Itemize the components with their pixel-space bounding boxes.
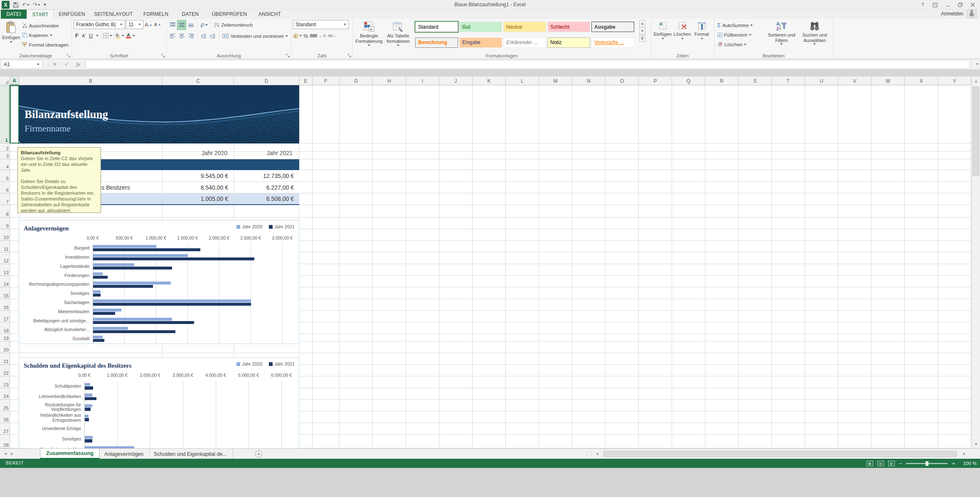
align-left-icon[interactable] [168, 32, 177, 41]
tab-splitter-icon[interactable]: ⋮⋮ [585, 452, 594, 456]
tab-ueberpruefen[interactable]: ÜBERPRÜFEN [206, 10, 253, 19]
row-header-9[interactable]: 9 [0, 218, 10, 229]
fill-button[interactable]: Füllbereich [716, 30, 765, 40]
zoom-slider[interactable] [906, 463, 948, 464]
chart-bar-jahr-2020[interactable] [93, 254, 188, 257]
hscroll-right-icon[interactable]: ► [963, 451, 967, 456]
font-color-dropdown-icon[interactable] [133, 35, 135, 37]
italic-button[interactable]: K [82, 32, 86, 39]
wrap-text-button[interactable]: Zeilenumbruch [212, 20, 254, 30]
style-chip[interactable]: Berechnung [415, 37, 458, 48]
vertical-scrollbar-thumb[interactable] [973, 87, 979, 176]
horizontal-scrollbar-thumb[interactable] [603, 451, 957, 457]
ribbon-display-options-icon[interactable] [929, 0, 941, 9]
chart-bar-jahr-2021[interactable] [85, 408, 91, 411]
number-dialog-launcher-icon[interactable] [347, 53, 352, 58]
sort-filter-button[interactable]: AZ Sortieren und Filtern [765, 20, 798, 52]
style-chip[interactable]: Eingabe [459, 37, 502, 48]
page-layout-view-icon[interactable]: ▤ [877, 461, 884, 466]
column-header-L[interactable]: L [506, 77, 539, 85]
style-chip[interactable]: Notiz [547, 37, 590, 48]
chart-bar-jahr-2021[interactable] [93, 312, 115, 315]
accounting-format-button[interactable]: € [293, 31, 302, 40]
close-icon[interactable] [967, 0, 978, 9]
chart-bar-jahr-2020[interactable] [93, 282, 171, 284]
scroll-down-icon[interactable]: ▼ [972, 440, 980, 448]
name-box[interactable]: A1 [1, 60, 42, 69]
column-header-N[interactable]: N [572, 77, 606, 85]
column-header-K[interactable]: K [473, 77, 506, 85]
grow-font-icon[interactable]: A▲ [144, 20, 153, 29]
chart-bar-jahr-2020[interactable] [93, 245, 156, 248]
hscroll-left-icon[interactable]: ◄ [595, 451, 599, 456]
delete-cells-button[interactable]: Löschen [672, 20, 692, 52]
sheet-tab-zusammenfassung[interactable]: Zusammenfassung [40, 449, 100, 459]
clear-button[interactable]: Löschen [716, 40, 765, 49]
gallery-up-icon[interactable]: ▲ [639, 20, 645, 27]
column-header-J[interactable]: J [439, 77, 473, 85]
column-header-H[interactable]: H [373, 77, 406, 85]
zoom-level[interactable]: 100 % [959, 461, 977, 466]
column-header-V[interactable]: V [838, 77, 872, 85]
row-header-21[interactable]: 21 [0, 353, 10, 365]
font-size-select[interactable]: 11 [126, 20, 143, 29]
row-header-28[interactable]: 28 [0, 435, 10, 448]
copy-button[interactable]: Kopieren [21, 30, 70, 40]
style-chip[interactable]: Gut [459, 22, 502, 32]
column-header-X[interactable]: X [905, 77, 938, 85]
row-header-14[interactable]: 14 [0, 276, 10, 287]
chart-bar-jahr-2020[interactable] [93, 336, 103, 339]
alignment-dialog-launcher-icon[interactable] [286, 53, 290, 58]
borders-button[interactable] [103, 31, 112, 40]
column-header-T[interactable]: T [772, 77, 805, 85]
chart-bar-jahr-2020[interactable] [93, 327, 128, 330]
percent-style-button[interactable]: % [303, 33, 308, 39]
format-as-table-button[interactable]: Als Tabelle formatieren [384, 20, 413, 52]
chart-bar-jahr-2021[interactable] [93, 276, 108, 279]
paste-button[interactable]: Einfügen [2, 20, 21, 52]
column-header-D[interactable]: D [234, 77, 299, 85]
chart-bar-jahr-2021[interactable] [85, 397, 96, 401]
gallery-more-icon[interactable]: ▼ [639, 35, 645, 42]
chart-bar-jahr-2021[interactable] [85, 386, 93, 390]
row-header-2[interactable]: 2 [0, 143, 10, 152]
increase-indent-icon[interactable] [209, 32, 217, 41]
row-header-22[interactable]: 22 [0, 365, 10, 376]
chart-bar-jahr-2020[interactable] [93, 272, 103, 275]
row-header-23[interactable]: 23 [0, 376, 10, 388]
fill-color-button[interactable] [115, 31, 124, 40]
chart-bar-jahr-2020[interactable] [85, 404, 92, 408]
chart-schulden[interactable]: Schulden und Eigenkapital des Besitzers … [19, 357, 299, 448]
row-header-13[interactable]: 13 [0, 264, 10, 276]
column-header-W[interactable]: W [872, 77, 905, 85]
format-cells-button[interactable]: Format [692, 20, 712, 52]
enter-icon[interactable]: ✓ [61, 60, 72, 69]
vertical-scrollbar[interactable]: ▲ ▼ [971, 77, 980, 448]
column-header-P[interactable]: P [639, 77, 672, 85]
zoom-in-icon[interactable]: + [952, 460, 955, 467]
row-header-11[interactable]: 11 [0, 241, 10, 252]
chart-bar-jahr-2021[interactable] [93, 339, 104, 342]
row-header-26[interactable]: 26 [0, 411, 10, 423]
row-header-8[interactable]: 8 [0, 205, 10, 218]
sign-in-link[interactable]: Anmelden [941, 11, 963, 17]
chart-bar-jahr-2021[interactable] [93, 294, 101, 297]
chart-bar-jahr-2020[interactable] [93, 309, 121, 312]
sheet-nav-left-icon[interactable]: ◄ [3, 451, 7, 456]
column-header-U[interactable]: U [805, 77, 838, 85]
chart-bar-jahr-2021[interactable] [93, 330, 175, 333]
chart-bar-jahr-2020[interactable] [85, 383, 90, 386]
comma-style-button[interactable]: 000 [310, 33, 318, 38]
decrease-decimal-icon[interactable]: .00→ [327, 34, 337, 38]
style-chip[interactable]: Standard [415, 22, 458, 32]
restore-icon[interactable] [954, 0, 966, 9]
tab-ansicht[interactable]: ANSICHT [253, 10, 287, 19]
find-select-button[interactable]: Suchen und Auswählen [798, 20, 831, 52]
column-header-Y[interactable]: Y [938, 77, 971, 85]
row-header-27[interactable]: 27 [0, 423, 10, 435]
row-header-4[interactable]: 4 [0, 159, 10, 170]
conditional-formatting-button[interactable]: ≠ Bedingte Formatierung [355, 20, 384, 52]
formula-bar-expand-icon[interactable]: ▾ [976, 62, 978, 66]
row-header-25[interactable]: 25 [0, 400, 10, 411]
help-icon[interactable]: ? [917, 0, 928, 9]
